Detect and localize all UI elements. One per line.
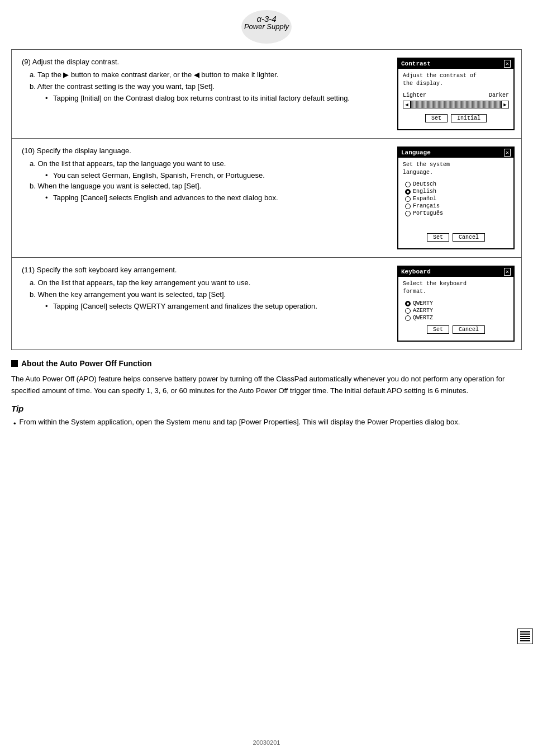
deutsch-label: Deutsch bbox=[413, 181, 436, 187]
contrast-desc: Adjust the contrast of the display. bbox=[403, 72, 509, 88]
auto-power-title: About the Auto Power Off Function bbox=[21, 359, 152, 368]
qwerty-label: QWERTY bbox=[413, 300, 433, 306]
step-11b-text: When the key arrangement you want is sel… bbox=[37, 290, 226, 299]
step-b-label: b. bbox=[30, 82, 37, 91]
section-11-bullet: Tapping [Cancel] selects QWERTY arrangem… bbox=[45, 302, 387, 310]
contrast-close-btn[interactable]: ✕ bbox=[504, 60, 511, 68]
section-9-bullet: Tapping [Initial] on the Contrast dialog… bbox=[45, 94, 387, 102]
section-11: (11) Specify the soft keyboard key arran… bbox=[12, 258, 521, 349]
main-sections: (9) Adjust the display contrast. a. Tap … bbox=[11, 49, 522, 350]
contrast-dialog-area: Contrast ✕ Adjust the contrast of the di… bbox=[397, 58, 515, 130]
language-title: Language bbox=[401, 149, 431, 156]
page-alpha-title: α-3-4 bbox=[241, 15, 292, 23]
step-a-label: a. bbox=[30, 70, 37, 79]
keyboard-body: Select the keyboard format. QWERTY AZERT… bbox=[398, 277, 513, 341]
section-11-text: (11) Specify the soft keyboard key arran… bbox=[22, 266, 397, 342]
keyboard-buttons: Set Cancel bbox=[403, 325, 509, 337]
sidebar-icon-inner bbox=[520, 631, 530, 641]
language-cancel-button[interactable]: Cancel bbox=[453, 233, 485, 242]
section-10-number: (10) Specify the display language. bbox=[22, 147, 387, 155]
contrast-darker-label: Darker bbox=[489, 92, 509, 98]
contrast-body: Adjust the contrast of the display. Ligh… bbox=[398, 69, 513, 129]
radio-espanol bbox=[405, 196, 411, 202]
section-9-step-b: b. After the contrast setting is the way… bbox=[30, 82, 387, 91]
contrast-left-button[interactable]: ◀ bbox=[403, 101, 411, 108]
keyboard-close-btn[interactable]: ✕ bbox=[504, 268, 511, 276]
contrast-dialog: Contrast ✕ Adjust the contrast of the di… bbox=[397, 58, 515, 130]
auto-power-heading: About the Auto Power Off Function bbox=[11, 359, 522, 368]
language-dialog: Language ✕ Set the system language. Deut… bbox=[397, 147, 515, 249]
language-option-deutsch[interactable]: Deutsch bbox=[405, 181, 509, 187]
section-9-text: (9) Adjust the display contrast. a. Tap … bbox=[22, 58, 397, 130]
step-a-text: Tap the ▶ button to make contrast darker… bbox=[37, 70, 278, 79]
keyboard-desc: Select the keyboard format. bbox=[403, 280, 509, 296]
section-11-number: (11) Specify the soft keyboard key arran… bbox=[22, 266, 387, 274]
step-b-text: After the contrast setting is the way yo… bbox=[37, 82, 215, 91]
language-title-bar: Language ✕ bbox=[398, 148, 513, 158]
keyboard-option-azerty[interactable]: AZERTY bbox=[405, 308, 509, 314]
contrast-title: Contrast bbox=[401, 60, 431, 67]
sidebar-icon-box[interactable] bbox=[517, 629, 533, 644]
page-subtitle: Power Supply bbox=[241, 23, 292, 30]
step-10a-text: On the list that appears, tap the langua… bbox=[37, 159, 226, 168]
step-11a-text: On the list that appears, tap the key ar… bbox=[37, 278, 250, 287]
contrast-initial-button[interactable]: Initial bbox=[451, 114, 487, 122]
heading-square-icon bbox=[11, 360, 18, 367]
step-10b-text: When the language you want is selected, … bbox=[37, 182, 201, 190]
step-11a-label: a. bbox=[30, 278, 37, 287]
radio-portugues bbox=[405, 211, 411, 216]
step-11b-label: b. bbox=[30, 290, 37, 299]
section-9: (9) Adjust the display contrast. a. Tap … bbox=[12, 50, 521, 139]
contrast-set-button[interactable]: Set bbox=[425, 114, 448, 122]
contrast-slider-track[interactable] bbox=[411, 101, 501, 108]
language-option-francais[interactable]: Français bbox=[405, 203, 509, 209]
language-set-button[interactable]: Set bbox=[427, 233, 449, 242]
language-desc: Set the system language. bbox=[403, 161, 509, 177]
radio-qwertz bbox=[405, 315, 411, 321]
espanol-label: Español bbox=[413, 196, 436, 202]
portugues-label: Português bbox=[413, 210, 443, 216]
section-11-step-a: a. On the list that appears, tap the key… bbox=[30, 278, 387, 287]
section-10-step-a: a. On the list that appears, tap the lan… bbox=[30, 159, 387, 168]
page-footer: 20030201 bbox=[0, 734, 533, 752]
language-option-portugues[interactable]: Português bbox=[405, 210, 509, 216]
tip-bullet-dot: • bbox=[13, 418, 16, 430]
footer-text: 20030201 bbox=[253, 739, 280, 746]
radio-azerty bbox=[405, 308, 411, 314]
radio-english bbox=[405, 189, 411, 195]
header-circle: α-3-4 Power Supply bbox=[241, 10, 292, 44]
section-10-bullet-b: Tapping [Cancel] selects English and adv… bbox=[45, 193, 387, 202]
language-option-espanol[interactable]: Español bbox=[405, 196, 509, 202]
contrast-buttons: Set Initial bbox=[403, 114, 509, 126]
keyboard-set-button[interactable]: Set bbox=[427, 325, 449, 334]
contrast-right-button[interactable]: ▶ bbox=[501, 101, 509, 108]
section-9-number: (9) Adjust the display contrast. bbox=[22, 58, 387, 66]
bottom-section: About the Auto Power Off Function The Au… bbox=[0, 350, 533, 441]
radio-qwerty bbox=[405, 301, 411, 306]
step-10a-label: a. bbox=[30, 159, 37, 168]
radio-francais bbox=[405, 204, 411, 209]
section-11-step-b: b. When the key arrangement you want is … bbox=[30, 290, 387, 299]
contrast-labels: Lighter Darker bbox=[403, 92, 509, 98]
section-10-text: (10) Specify the display language. a. On… bbox=[22, 147, 397, 249]
keyboard-option-qwertz[interactable]: QWERTZ bbox=[405, 315, 509, 321]
language-option-english[interactable]: English bbox=[405, 188, 509, 195]
keyboard-option-qwerty[interactable]: QWERTY bbox=[405, 300, 509, 306]
language-close-btn[interactable]: ✕ bbox=[504, 149, 511, 157]
right-sidebar bbox=[517, 629, 533, 644]
keyboard-cancel-button[interactable]: Cancel bbox=[453, 325, 485, 334]
qwertz-label: QWERTZ bbox=[413, 315, 433, 321]
keyboard-dialog: Keyboard ✕ Select the keyboard format. Q… bbox=[397, 266, 515, 342]
contrast-title-bar: Contrast ✕ bbox=[398, 59, 513, 69]
francais-label: Français bbox=[413, 203, 440, 209]
keyboard-title: Keyboard bbox=[401, 268, 431, 275]
page-header: α-3-4 Power Supply bbox=[0, 0, 533, 49]
section-9-step-a: a. Tap the ▶ button to make contrast dar… bbox=[30, 70, 387, 79]
keyboard-title-bar: Keyboard ✕ bbox=[398, 267, 513, 277]
tip-bullet: • From within the System application, op… bbox=[11, 417, 522, 430]
page-wrapper: α-3-4 Power Supply (9) Adjust the displa… bbox=[0, 0, 533, 756]
keyboard-radio-list: QWERTY AZERTY QWERTZ bbox=[405, 300, 509, 321]
language-body: Set the system language. Deutsch English bbox=[398, 158, 513, 248]
auto-power-body: The Auto Power Off (APO) feature helps c… bbox=[11, 374, 522, 397]
section-10-step-b: b. When the language you want is selecte… bbox=[30, 182, 387, 190]
